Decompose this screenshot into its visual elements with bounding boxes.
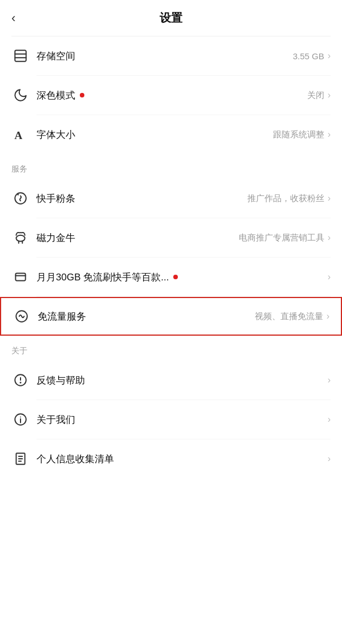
svg-point-16 (20, 417, 21, 418)
menu-item-monthly-30gb[interactable]: 月月30GB 免流刷快手等百款... › (0, 258, 342, 296)
chevron-icon: › (328, 90, 331, 100)
storage-icon (11, 47, 30, 65)
about-icon (11, 410, 30, 429)
svg-point-6 (16, 235, 25, 242)
menu-label-about-us: 关于我们 (36, 413, 327, 426)
menu-right-about-us: › (327, 414, 331, 425)
menu-item-jinniu[interactable]: 磁力金牛 电商推广专属营销工具 › (0, 218, 342, 257)
menu-right-personal-info: › (327, 454, 331, 464)
menu-right-fentiao: 推广作品，收获粉丝 › (247, 193, 331, 204)
menu-item-dark-mode[interactable]: 深色模式 关闭 › (0, 76, 342, 115)
chevron-icon: › (328, 193, 331, 203)
menu-item-free-traffic[interactable]: 免流量服务 视频、直播免流量 › (0, 297, 342, 336)
svg-rect-9 (15, 274, 25, 281)
menu-right-jinniu: 电商推广专属营销工具 › (239, 233, 331, 243)
menu-right-storage: 3.55 GB › (293, 51, 331, 61)
notification-dot (80, 93, 84, 97)
page-title: 设置 (160, 10, 182, 26)
section-about-label: 关于 (0, 336, 342, 361)
menu-right-dark-mode: 关闭 › (307, 90, 331, 101)
chevron-icon: › (328, 414, 331, 425)
menu-right-feedback: › (327, 375, 331, 385)
menu-label-feedback: 反馈与帮助 (36, 374, 327, 387)
free-traffic-icon (13, 307, 31, 325)
svg-rect-0 (15, 50, 26, 62)
monthly-icon (11, 268, 30, 286)
chevron-icon: › (327, 311, 329, 321)
section-service-label: 服务 (0, 154, 342, 179)
menu-label-monthly: 月月30GB 免流刷快手等百款... (36, 271, 327, 284)
menu-label-storage: 存储空间 (36, 50, 293, 63)
back-button[interactable]: ‹ (11, 12, 15, 25)
notification-dot (173, 275, 178, 279)
font-size-icon: A (11, 125, 30, 144)
fentiao-icon (11, 189, 30, 207)
menu-right-monthly: › (327, 272, 331, 282)
menu-item-fentiao[interactable]: 快手粉条 推广作品，收获粉丝 › (0, 179, 342, 218)
chevron-icon: › (328, 51, 331, 61)
menu-label-dark-mode: 深色模式 (36, 89, 307, 102)
feedback-icon (11, 371, 30, 389)
dark-mode-icon (11, 86, 30, 104)
svg-text:A: A (14, 129, 22, 141)
header: ‹ 设置 (0, 0, 342, 36)
menu-label-personal-info: 个人信息收集清单 (36, 453, 327, 466)
menu-item-feedback[interactable]: 反馈与帮助 › (0, 361, 342, 400)
menu-label-fentiao: 快手粉条 (36, 192, 247, 205)
menu-label-free-traffic: 免流量服务 (38, 310, 255, 323)
menu-right-font-size: 跟随系统调整 › (273, 129, 331, 140)
chevron-icon: › (328, 454, 331, 464)
menu-label-font-size: 字体大小 (36, 128, 273, 141)
menu-right-free-traffic: 视频、直播免流量 › (255, 311, 329, 322)
chevron-icon: › (328, 272, 331, 282)
svg-point-13 (20, 382, 21, 383)
personal-info-icon (11, 450, 30, 468)
jinniu-icon (11, 229, 30, 247)
menu-item-personal-info[interactable]: 个人信息收集清单 › (0, 439, 342, 478)
menu-label-jinniu: 磁力金牛 (36, 231, 239, 244)
chevron-icon: › (328, 375, 331, 385)
menu-item-font-size[interactable]: A 字体大小 跟随系统调整 › (0, 115, 342, 154)
menu-item-storage[interactable]: 存储空间 3.55 GB › (0, 36, 342, 75)
menu-item-about-us[interactable]: 关于我们 › (0, 400, 342, 439)
chevron-icon: › (328, 129, 331, 140)
chevron-icon: › (328, 233, 331, 243)
